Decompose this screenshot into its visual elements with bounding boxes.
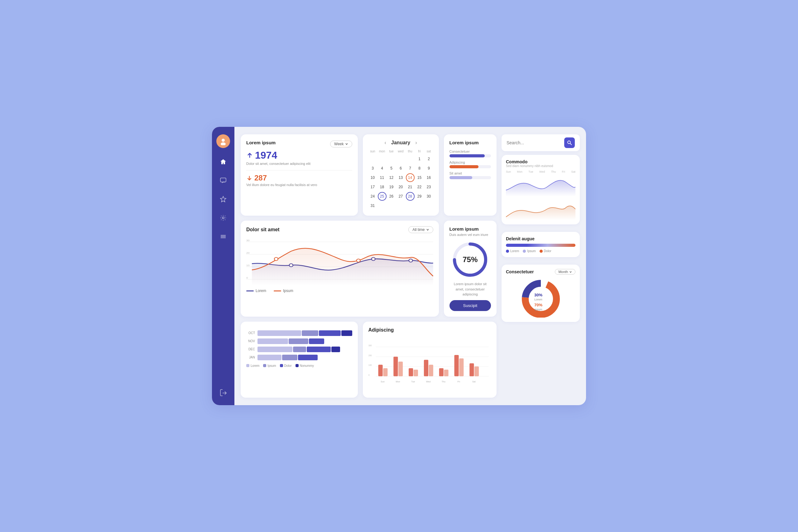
cal-day[interactable]: 31 xyxy=(368,201,377,210)
cal-day[interactable]: 11 xyxy=(378,173,386,182)
cal-day[interactable]: 15 xyxy=(415,173,424,182)
svg-rect-53 xyxy=(439,368,443,376)
cal-day[interactable]: 5 xyxy=(387,164,396,173)
calendar-grid: sunmontuewedthufrisat1234567891011121314… xyxy=(368,149,433,210)
cal-day[interactable]: 10 xyxy=(368,173,377,182)
hbar-legend-label: Dolor xyxy=(284,364,292,367)
bar-track xyxy=(450,154,491,157)
svg-rect-2 xyxy=(221,178,226,182)
cal-day[interactable]: 20 xyxy=(397,183,405,191)
cal-day[interactable]: 8 xyxy=(415,164,424,173)
cal-day[interactable]: 22 xyxy=(415,183,424,191)
cal-day[interactable]: 27 xyxy=(397,192,405,201)
legend-ipsum: Ipsum xyxy=(274,289,293,293)
hbar-seg xyxy=(307,346,331,352)
cal-day-header: thu xyxy=(406,149,415,154)
commodo-day-fri: Fri xyxy=(562,170,566,173)
cal-day[interactable]: 13 xyxy=(397,173,405,182)
cal-day[interactable]: 17 xyxy=(368,183,377,191)
cal-day-header: wed xyxy=(397,149,405,154)
cal-day[interactable]: 7 xyxy=(406,164,415,173)
cal-day[interactable]: 24 xyxy=(368,192,377,201)
delenit-title: Delenit augue xyxy=(506,236,575,241)
cal-day-header: fri xyxy=(415,149,424,154)
cal-day[interactable]: 21 xyxy=(406,183,415,191)
progress-title: Lorem ipsum xyxy=(450,226,491,231)
week-dropdown[interactable]: Week xyxy=(330,140,352,147)
cal-day[interactable]: 28 xyxy=(406,192,415,201)
cal-day[interactable]: 18 xyxy=(378,183,386,191)
cal-day-header: sun xyxy=(368,149,377,154)
sidebar-icon-home[interactable] xyxy=(218,157,228,167)
sidebar-icon-settings[interactable] xyxy=(218,213,228,223)
cal-month: January xyxy=(391,140,410,146)
progress-card: Lorem ipsum Duis autem vel eum iriure 75… xyxy=(444,221,497,317)
cal-day[interactable]: 1 xyxy=(415,155,424,163)
cal-day xyxy=(397,155,405,163)
hbar-legend-dot xyxy=(280,364,283,367)
avatar[interactable] xyxy=(216,134,230,148)
sidebar-icon-star[interactable] xyxy=(218,194,228,204)
svg-rect-54 xyxy=(454,355,458,376)
cal-day[interactable]: 2 xyxy=(424,155,433,163)
cal-day[interactable]: 19 xyxy=(387,183,396,191)
hbar-label: OCT xyxy=(246,331,255,335)
hbar-seg xyxy=(341,330,352,336)
logout-icon[interactable] xyxy=(218,388,228,398)
svg-rect-61 xyxy=(459,358,463,376)
commodo-day-sun: Sun xyxy=(506,170,511,173)
commodo-card: Commodo Sed diam nonummy nibh euismod Su… xyxy=(501,155,580,224)
grouped-chart-title: Adipiscing xyxy=(368,327,491,333)
svg-text:300: 300 xyxy=(368,344,372,346)
hbar-seg xyxy=(298,355,318,360)
cal-day[interactable]: 6 xyxy=(397,164,405,173)
svg-text:Tue: Tue xyxy=(411,381,415,383)
bar-label: Sit amet xyxy=(450,171,491,175)
svg-text:20: 20 xyxy=(246,251,250,254)
commodo-chart-blue xyxy=(506,174,575,196)
month-dropdown[interactable]: Month xyxy=(555,269,575,274)
line-chart-area: 30 20 10 0 xyxy=(246,235,433,285)
cal-day[interactable]: 29 xyxy=(415,192,424,201)
alltime-dropdown[interactable]: All time xyxy=(408,226,433,233)
legend-lorem: Lorem xyxy=(506,249,519,253)
cal-day[interactable]: 25 xyxy=(378,192,386,201)
hbar-legend-item: Lorem xyxy=(246,364,259,367)
cal-day[interactable]: 30 xyxy=(424,192,433,201)
hbar-legend-dot xyxy=(296,364,299,367)
cal-day[interactable]: 3 xyxy=(368,164,377,173)
cal-day[interactable]: 14 xyxy=(406,173,415,182)
svg-text:100: 100 xyxy=(368,364,372,366)
calendar-card: ‹ January › sunmontuewedthufrisat1234567… xyxy=(363,134,439,216)
cal-prev[interactable]: ‹ xyxy=(384,140,386,146)
hbar-seg xyxy=(319,330,341,336)
cal-day[interactable]: 4 xyxy=(378,164,386,173)
hbar-seg xyxy=(302,330,318,336)
donut-chart: 30% Lorem 70% Ipsum xyxy=(506,277,575,318)
sidebar-icon-chat[interactable] xyxy=(218,175,228,186)
svg-point-31 xyxy=(357,259,360,262)
cal-day xyxy=(406,201,415,210)
suscipit-button[interactable]: Suscipit xyxy=(450,300,491,311)
cal-next[interactable]: › xyxy=(415,140,417,146)
bar-track xyxy=(450,165,491,168)
search-button[interactable] xyxy=(564,137,575,148)
svg-text:Lorem: Lorem xyxy=(534,298,543,301)
svg-text:Mon: Mon xyxy=(396,381,400,383)
hbar-legend-dot xyxy=(246,364,249,367)
commodo-day-sat: Sat xyxy=(571,170,575,173)
hbar-legend-dot xyxy=(263,364,266,367)
cal-day[interactable]: 23 xyxy=(424,183,433,191)
sidebar-icon-menu[interactable] xyxy=(218,231,228,242)
cal-day[interactable]: 26 xyxy=(387,192,396,201)
bar-track xyxy=(450,176,491,179)
sidebar xyxy=(212,127,234,405)
svg-rect-59 xyxy=(429,365,433,376)
cal-day[interactable]: 12 xyxy=(387,173,396,182)
cal-day xyxy=(368,155,377,163)
hbar-segments xyxy=(258,330,352,336)
cal-day[interactable]: 9 xyxy=(424,164,433,173)
hbar-row: OCT xyxy=(246,330,352,336)
search-input[interactable] xyxy=(507,140,561,145)
cal-day[interactable]: 16 xyxy=(424,173,433,182)
